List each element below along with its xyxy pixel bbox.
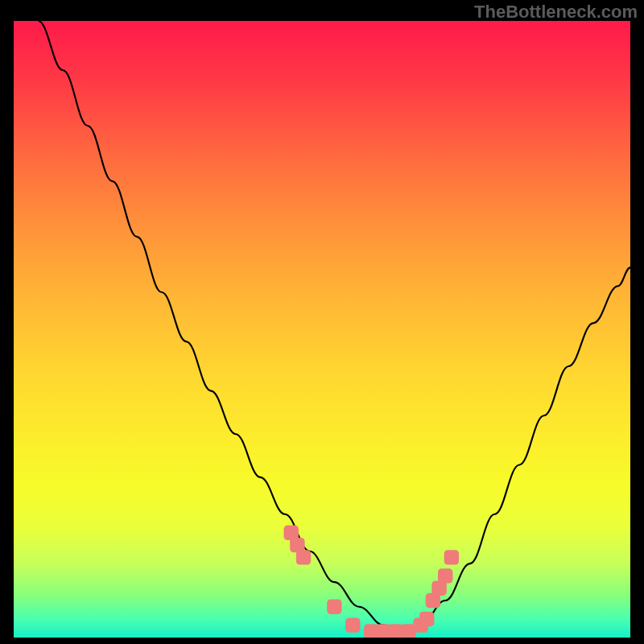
measured-point xyxy=(296,550,311,564)
measured-points-group xyxy=(284,526,460,638)
bottleneck-curve xyxy=(39,21,630,631)
measured-point xyxy=(444,550,459,564)
measured-point xyxy=(345,617,360,632)
chart-frame: TheBottleneck.com xyxy=(0,0,644,644)
curve-layer xyxy=(14,21,630,638)
measured-point xyxy=(327,600,341,614)
measured-point xyxy=(438,568,452,583)
watermark-text: TheBottleneck.com xyxy=(474,2,638,23)
measured-point xyxy=(419,612,434,626)
plot-area xyxy=(12,19,632,639)
